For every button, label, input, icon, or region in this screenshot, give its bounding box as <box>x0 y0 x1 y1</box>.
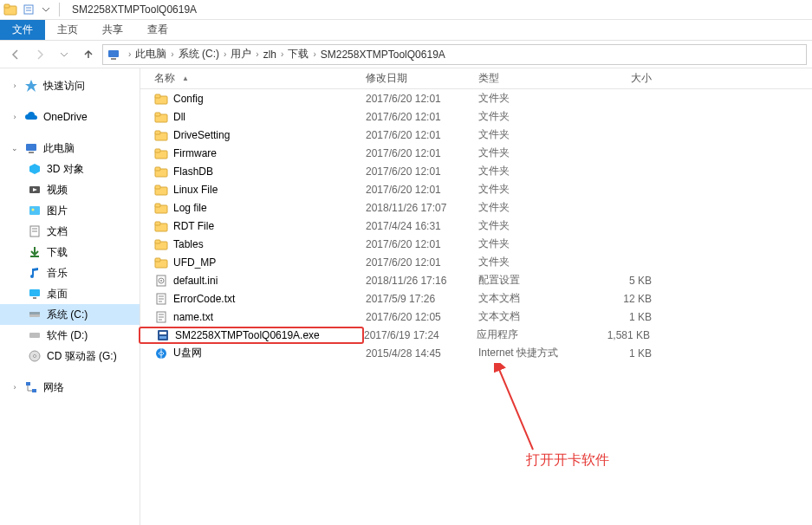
file-row[interactable]: Linux File2017/6/20 12:01文件夹 <box>140 180 812 198</box>
sidebar-documents[interactable]: 文档 <box>0 221 140 242</box>
sidebar-network[interactable]: › 网络 <box>0 377 140 398</box>
sidebar-label: 音乐 <box>47 266 68 281</box>
qat-dropdown-icon[interactable] <box>38 2 54 17</box>
ribbon-tab-view[interactable]: 查看 <box>135 20 180 40</box>
file-date: 2018/11/26 17:16 <box>366 275 478 287</box>
file-name: Linux File <box>173 184 218 196</box>
sidebar-downloads[interactable]: 下载 <box>0 242 140 262</box>
music-icon <box>28 266 42 280</box>
svg-rect-45 <box>155 258 160 262</box>
breadcrumb-item[interactable]: SM2258XTMPToolQ0619A <box>321 49 445 61</box>
sidebar-label: 网络 <box>43 380 64 395</box>
sidebar-videos[interactable]: 视频 <box>0 179 140 200</box>
folder-icon <box>154 237 168 251</box>
file-row[interactable]: Tables2017/6/20 12:01文件夹 <box>140 235 812 253</box>
navigation-pane: › 快速访问 › OneDrive ⌄ 此电脑 3D 对象 视频 图片 文档 下… <box>0 68 140 525</box>
txt-icon <box>154 292 168 306</box>
sidebar-3d-objects[interactable]: 3D 对象 <box>0 159 140 179</box>
file-name: name.txt <box>173 311 213 323</box>
file-name: Dll <box>173 111 185 123</box>
nav-up-button[interactable] <box>78 44 99 65</box>
breadcrumb-item[interactable]: zlh <box>263 49 276 61</box>
column-header-size[interactable]: 大小 <box>582 71 669 86</box>
nav-recent-dropdown[interactable] <box>54 44 75 65</box>
file-row[interactable]: DriveSetting2017/6/20 12:01文件夹 <box>140 126 812 144</box>
file-row[interactable]: Firmware2017/6/20 12:01文件夹 <box>140 144 812 162</box>
sidebar-quick-access[interactable]: › 快速访问 <box>0 75 140 96</box>
file-row[interactable]: UFD_MP2017/6/20 12:01文件夹 <box>140 253 812 271</box>
svg-rect-25 <box>32 389 36 392</box>
file-type: 文本文档 <box>478 291 582 306</box>
file-name: FlashDB <box>173 165 213 178</box>
ribbon-tab-share[interactable]: 共享 <box>90 20 135 40</box>
file-date: 2017/6/20 12:01 <box>366 238 478 250</box>
sidebar-desktop[interactable]: 桌面 <box>0 283 140 304</box>
file-date: 2017/6/20 12:01 <box>366 147 478 159</box>
address-bar[interactable]: › 此电脑 › 系统 (C:) › 用户 › zlh › 下载 › SM2258… <box>102 44 807 65</box>
sidebar-label: CD 驱动器 (G:) <box>47 349 117 364</box>
file-row[interactable]: default.ini2018/11/26 17:16配置设置5 KB <box>140 271 812 289</box>
sidebar-this-pc[interactable]: ⌄ 此电脑 <box>0 138 140 159</box>
document-icon <box>28 224 42 238</box>
sidebar-pictures[interactable]: 图片 <box>0 200 140 221</box>
file-name: Firmware <box>173 147 217 159</box>
breadcrumb-item[interactable]: 系统 (C:) <box>179 47 219 62</box>
qat-properties-icon[interactable] <box>21 2 36 17</box>
file-type: 文件夹 <box>478 146 582 160</box>
svg-rect-7 <box>26 144 36 151</box>
file-date: 2017/6/20 12:01 <box>366 256 478 269</box>
expand-icon[interactable]: › <box>10 383 19 392</box>
chevron-right-icon[interactable]: › <box>171 49 173 59</box>
svg-rect-31 <box>155 131 160 134</box>
sidebar-drive-d[interactable]: 软件 (D:) <box>0 325 140 346</box>
column-header-type[interactable]: 类型 <box>478 71 582 86</box>
chevron-right-icon[interactable]: › <box>281 49 283 59</box>
file-row[interactable]: FlashDB2017/6/20 12:01文件夹 <box>140 162 812 180</box>
column-header-name[interactable]: 名称▲ <box>140 71 366 86</box>
sidebar-label: OneDrive <box>43 111 88 123</box>
column-header-date[interactable]: 修改日期 <box>366 71 478 86</box>
file-row[interactable]: name.txt2017/6/20 12:05文本文档1 KB <box>140 308 812 326</box>
sidebar-onedrive[interactable]: › OneDrive <box>0 107 140 127</box>
window-title: SM2258XTMPToolQ0619A <box>72 3 197 16</box>
collapse-icon[interactable]: ⌄ <box>10 144 19 152</box>
chevron-right-icon[interactable]: › <box>256 49 258 59</box>
chevron-right-icon[interactable]: › <box>313 49 315 59</box>
ribbon-tab-home[interactable]: 主页 <box>45 20 90 40</box>
file-date: 2017/4/24 16:31 <box>366 220 478 232</box>
svg-rect-33 <box>155 149 160 152</box>
svg-point-16 <box>30 275 34 278</box>
file-row[interactable]: U盘网2015/4/28 14:45Internet 快捷方式1 KB <box>140 344 812 362</box>
breadcrumb-item[interactable]: 下载 <box>288 47 309 62</box>
file-date: 2017/6/20 12:01 <box>366 165 478 178</box>
expand-icon[interactable]: › <box>10 113 19 121</box>
file-row[interactable]: RDT File2017/4/24 16:31文件夹 <box>140 217 812 235</box>
breadcrumb-item[interactable]: 用户 <box>231 47 251 62</box>
sidebar-drive-c[interactable]: 系统 (C:) <box>0 304 140 325</box>
sidebar-label: 系统 (C:) <box>47 308 88 322</box>
file-row[interactable]: Config2017/6/20 12:01文件夹 <box>140 89 812 107</box>
file-row[interactable]: Dll2017/6/20 12:01文件夹 <box>140 107 812 126</box>
file-date: 2017/6/20 12:01 <box>366 129 478 141</box>
file-name: RDT File <box>173 220 214 232</box>
chevron-right-icon[interactable]: › <box>224 49 226 59</box>
ribbon-file-tab[interactable]: 文件 <box>0 20 45 40</box>
ribbon: 文件 主页 共享 查看 <box>0 20 812 41</box>
folder-icon <box>154 201 168 215</box>
expand-icon[interactable]: › <box>10 81 19 90</box>
sidebar-cd-drive[interactable]: CD 驱动器 (G:) <box>0 346 140 366</box>
download-icon <box>28 245 42 259</box>
file-list-pane: 名称▲ 修改日期 类型 大小 Config2017/6/20 12:01文件夹D… <box>140 68 812 525</box>
file-size: 12 KB <box>582 293 669 305</box>
chevron-right-icon[interactable]: › <box>128 49 131 59</box>
nav-back-button[interactable] <box>5 44 26 65</box>
nav-forward-button[interactable] <box>29 44 50 65</box>
file-row[interactable]: ErrorCode.txt2017/5/9 17:26文本文档12 KB <box>140 289 812 308</box>
breadcrumb-item[interactable]: 此电脑 <box>135 47 166 62</box>
file-name: Config <box>173 93 204 105</box>
file-row[interactable]: SM2258XTMPToolQ0619A.exe2017/6/19 17:24应… <box>140 326 812 344</box>
sidebar-music[interactable]: 音乐 <box>0 262 140 283</box>
file-type: 文本文档 <box>478 309 582 324</box>
file-row[interactable]: Log file2018/11/26 17:07文件夹 <box>140 198 812 217</box>
svg-rect-57 <box>158 330 168 340</box>
